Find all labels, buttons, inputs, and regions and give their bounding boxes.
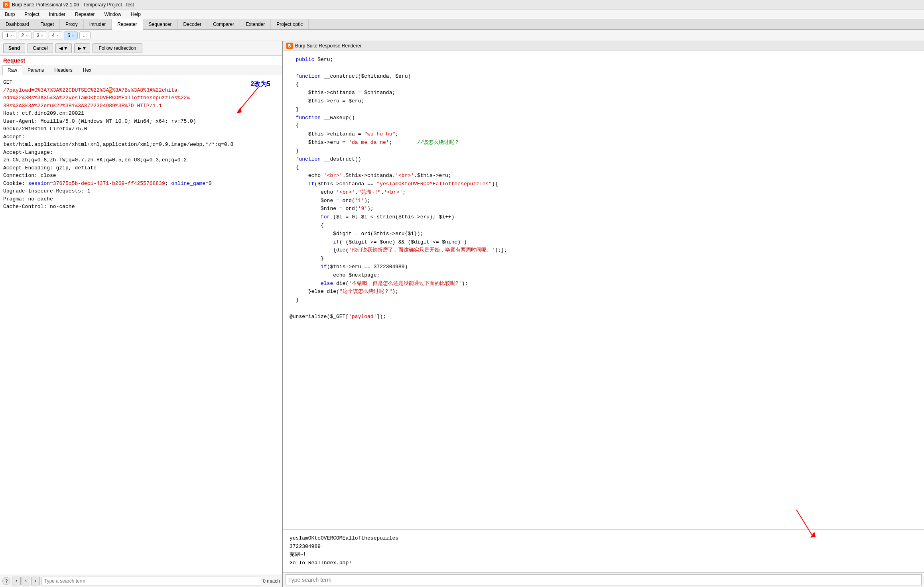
code-destruct-decl: function __destruct() (290, 155, 918, 164)
svg-line-0 (238, 87, 258, 111)
code-wakeup-open: { (290, 122, 918, 130)
code-wakeup-1: $this->chitanda = "wu hu hu"; (290, 130, 918, 139)
tab-decoder[interactable]: Decoder (178, 19, 207, 29)
request-url-part4: 3Bs%3A3%3A%22eru%22%3Bi%3A3722304989%3B%… (3, 103, 162, 109)
forward-button[interactable]: ▶ ▼ (74, 43, 91, 53)
sub-tab-hex[interactable]: Hex (78, 65, 97, 75)
back-button[interactable]: ◀ ▼ (55, 43, 72, 53)
follow-redirect-button[interactable]: Follow redirection (93, 43, 142, 53)
code-destruct-echo1: echo '<br>'.$this->chitanda.'<br>'.$this… (290, 172, 918, 180)
close-tab-5-icon[interactable]: × (72, 33, 74, 38)
code-wakeup-2: $this->eru = 'da me da ne'; //该怎么绕过呢？ (290, 139, 918, 147)
help-button[interactable]: ? (2, 577, 10, 585)
code-destruct-close: } (290, 296, 918, 304)
menu-help[interactable]: Help (128, 11, 143, 18)
menu-repeater[interactable]: Repeater (73, 11, 97, 18)
sub-tab-raw[interactable]: Raw (2, 65, 22, 75)
num-tab-3[interactable]: 3 × (33, 31, 47, 39)
code-destruct-if: if($this->chitanda == "yesIamOKtoOVERCOM… (290, 180, 918, 188)
code-destruct-nine: $nine = ord('9'); (290, 205, 918, 213)
num-tab-4[interactable]: 4 × (49, 31, 63, 39)
cookie-game-name: online_game (171, 181, 205, 187)
search-next-button[interactable]: › (22, 577, 30, 585)
request-accept-encoding: Accept-Encoding: gzip, deflate (3, 164, 279, 172)
app-icon: B (3, 2, 10, 8)
request-cookie-line: Cookie: session=37675c5b-dec1-4371-b269-… (3, 180, 279, 188)
code-construct-2: $this->eru = $eru; (290, 97, 918, 106)
num-tab-5[interactable]: 5 × (64, 31, 78, 39)
search-prev-button[interactable]: ‹ (12, 577, 21, 585)
svg-marker-3 (810, 532, 816, 538)
code-destruct-echo2: echo '<br>'."芜湖~!".'<br>'; (290, 188, 918, 197)
request-toolbar: Send Cancel ◀ ▼ ▶ ▼ Follow redirection (0, 41, 282, 56)
request-cache: Cache-Control: no-cache (3, 203, 279, 211)
right-annotation-arrow-icon (764, 506, 844, 542)
code-construct-open: { (290, 80, 918, 89)
code-destruct-echonext: echo $nextpage; (290, 271, 918, 280)
code-wakeup-decl: function __wakeup() (290, 114, 918, 122)
request-accept-language-value: zh-CN,zh;q=0.8,zh-TW;q=0.7,zh-HK;q=0.5,e… (3, 156, 279, 164)
cookie-session-value: 37675c5b-dec1-4371-b269-ff4255768839 (53, 181, 165, 187)
code-destruct-for-close: } (290, 255, 918, 263)
code-construct-decl: function __construct($chitanda, $eru) (290, 73, 918, 81)
code-destruct-for: for ($i = 0; $i < strlen($this->eru); $i… (290, 213, 918, 222)
right-app-icon: B (286, 43, 293, 49)
tab-dashboard[interactable]: Dashboard (0, 19, 35, 29)
tab-extender[interactable]: Extender (240, 19, 271, 29)
request-pragma: Pragma: no-cache (3, 195, 279, 203)
search-navigation-buttons: ‹ › › (12, 577, 40, 585)
search-close-button[interactable]: › (31, 577, 40, 585)
tab-target[interactable]: Target (35, 19, 60, 29)
menu-intruder[interactable]: Intruder (47, 11, 68, 18)
menu-window[interactable]: Window (102, 11, 124, 18)
close-tab-4-icon[interactable]: × (56, 33, 59, 38)
annotation-overlay: 2改为5 (250, 79, 270, 89)
app-title: Burp Suite Professional v2.1.06 - Tempor… (12, 2, 134, 8)
request-gecko: Gecko/20100101 Firefox/75.0 (3, 125, 279, 133)
request-connection: Connection: close (3, 172, 279, 180)
menu-burp[interactable]: Burp (2, 11, 17, 18)
tab-proxy[interactable]: Proxy (60, 19, 84, 29)
title-bar: B Burp Suite Professional v2.1.06 - Temp… (0, 0, 924, 10)
num-tab-1[interactable]: 1 × (2, 31, 16, 39)
tab-comparer[interactable]: Comparer (207, 19, 240, 29)
forward-dropdown-icon: ▼ (82, 45, 87, 51)
search-input[interactable] (41, 577, 261, 585)
cookie-game-value: 0 (209, 181, 212, 187)
code-destruct-ifdigit: if( ($digit >= $one) && ($digit <= $nine… (290, 238, 918, 247)
output-line3: 芜湖~! (290, 551, 918, 559)
match-count: 0 match (263, 578, 280, 584)
close-tab-2-icon[interactable]: × (26, 33, 28, 38)
code-line-eru: public $eru; (290, 56, 918, 64)
back-arrow-icon: ◀ (59, 45, 63, 51)
num-tab-2[interactable]: 2 × (18, 31, 32, 39)
sub-tab-headers[interactable]: Headers (49, 65, 77, 75)
cancel-button[interactable]: Cancel (28, 43, 53, 53)
send-button[interactable]: Send (3, 43, 25, 53)
tab-repeater[interactable]: Repeater (112, 19, 143, 30)
code-construct-1: $this->chitanda = $chitanda; (290, 89, 918, 97)
tab-intruder[interactable]: Intruder (84, 19, 112, 29)
request-url-part1: /?payload=O%3A7%3A%22CDUTSEC%22%3A (3, 87, 109, 93)
main-tab-bar: Dashboard Target Proxy Intruder Repeater… (0, 19, 924, 30)
request-accept-value: text/html,application/xhtml+xml,applicat… (3, 141, 279, 149)
right-panel-title: Burp Suite Response Renderer (295, 43, 362, 49)
close-tab-3-icon[interactable]: × (41, 33, 43, 38)
request-url-highlight: 5 (109, 87, 112, 93)
num-tab-more[interactable]: ... (79, 31, 91, 39)
close-tab-1-icon[interactable]: × (10, 33, 13, 38)
menu-bar: Burp Project Intruder Repeater Window He… (0, 10, 924, 19)
code-destruct-open: { (290, 163, 918, 172)
request-accept-language: Accept-Language: (3, 149, 279, 157)
right-search-input[interactable] (286, 574, 922, 585)
request-useragent: User-Agent: Mozilla/5.0 (Windows NT 10.0… (3, 118, 279, 126)
tab-project-options[interactable]: Project optic (271, 19, 309, 29)
code-unserialize: @unserialize($_GET['payload']); (290, 313, 918, 321)
right-panel: B Burp Suite Response Renderer public $e… (283, 41, 924, 587)
tab-sequencer[interactable]: Sequencer (143, 19, 178, 29)
sub-tab-params[interactable]: Params (22, 65, 49, 75)
annotation-arrow-icon (234, 85, 266, 117)
code-destruct-one: $one = ord('1'); (290, 197, 918, 205)
menu-project[interactable]: Project (22, 11, 41, 18)
code-wakeup-close: } (290, 147, 918, 155)
